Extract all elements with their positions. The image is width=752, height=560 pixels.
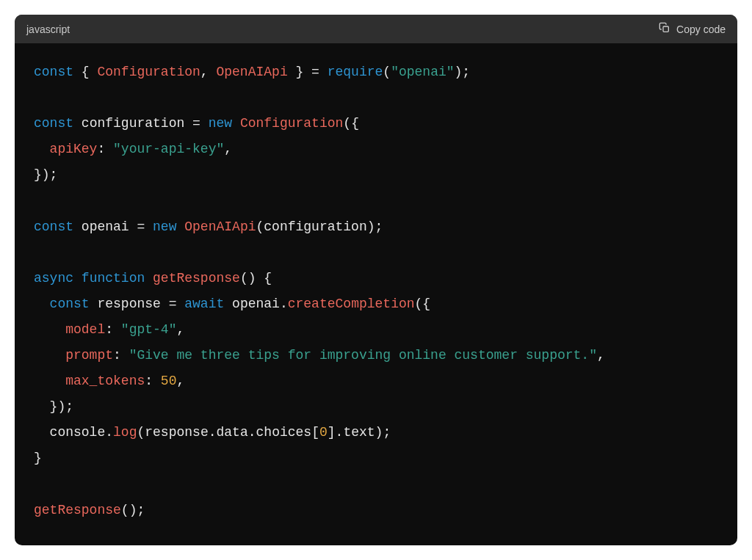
code-token: response [145, 425, 208, 440]
code-block-header: javascript Copy code [15, 15, 737, 43]
code-token: openai [82, 219, 129, 234]
code-token: ); [455, 65, 471, 79]
code-token: max_tokens [65, 374, 145, 388]
code-token: configuration [264, 219, 366, 234]
code-token: Configuration [240, 116, 343, 131]
code-token: console [50, 425, 106, 440]
language-label: javascript [26, 23, 70, 35]
svg-rect-0 [663, 26, 668, 32]
code-token: await [184, 297, 224, 311]
code-token: ( [383, 65, 391, 79]
code-token: "Give me three tips for improving online… [129, 348, 597, 363]
code-token: ); [367, 219, 383, 234]
code-token: const [34, 219, 73, 234]
code-token: prompt [65, 348, 113, 363]
code-token: = [184, 116, 208, 131]
code-token: const [50, 297, 90, 311]
code-token: () { [240, 271, 272, 286]
code-token: : [145, 374, 161, 388]
code-token [34, 322, 65, 337]
code-token: apiKey [50, 142, 98, 156]
code-token: . [248, 425, 256, 440]
code-token: ); [375, 425, 391, 440]
code-token: response [97, 297, 160, 311]
code-token: = [129, 219, 153, 234]
code-token: log [113, 425, 137, 440]
code-token: : [105, 322, 121, 337]
code-token: function [82, 271, 145, 286]
code-token [34, 374, 65, 388]
code-token: getResponse [34, 503, 121, 517]
code-token: Configuration [97, 65, 200, 79]
code-token: OpenAIApi [184, 219, 256, 234]
code-token [90, 297, 98, 311]
code-token: }); [34, 399, 73, 414]
code-token: } = [288, 65, 328, 79]
code-token: . [209, 425, 217, 440]
code-token: const [34, 65, 73, 79]
code-token [232, 116, 240, 131]
code-token: 50 [161, 374, 177, 388]
code-token [73, 271, 82, 286]
code-token: createCompletion [288, 297, 415, 311]
code-token: text [343, 425, 375, 440]
code-token: , [224, 142, 232, 156]
code-token: , [176, 322, 184, 337]
code-token: "openai" [391, 65, 454, 79]
code-token [73, 219, 82, 234]
code-token: { [73, 65, 97, 79]
code-token: (); [121, 503, 145, 517]
code-token: new [153, 219, 176, 234]
code-token: : [97, 142, 113, 156]
code-token: const [34, 116, 73, 131]
code-token: , [597, 348, 605, 363]
code-token: openai [232, 297, 280, 311]
code-token: . [105, 425, 113, 440]
code-token: new [209, 116, 232, 131]
code-block: javascript Copy code const { Configurati… [15, 15, 737, 545]
code-token: "gpt-4" [121, 322, 177, 337]
code-token: model [65, 322, 105, 337]
code-token: ( [137, 425, 145, 440]
code-token: ({ [415, 297, 431, 311]
code-token: ( [256, 219, 264, 234]
code-token: ]. [328, 425, 344, 440]
code-token [224, 297, 232, 311]
code-token [34, 297, 50, 311]
code-token [73, 116, 82, 131]
copy-button-label: Copy code [676, 23, 726, 35]
code-token [34, 142, 50, 156]
copy-code-button[interactable]: Copy code [659, 22, 726, 36]
code-token: OpenAIApi [216, 65, 287, 79]
code-token: ({ [343, 116, 359, 131]
code-token: configuration [82, 116, 184, 131]
code-token: getResponse [153, 271, 240, 286]
code-token: }); [34, 167, 57, 182]
code-token: data [217, 425, 248, 440]
code-token: , [176, 374, 184, 388]
code-token: "your-api-key" [113, 142, 224, 156]
code-token: require [328, 65, 383, 79]
code-token [176, 219, 184, 234]
code-token: . [280, 297, 288, 311]
code-content[interactable]: const { Configuration, OpenAIApi } = req… [15, 43, 737, 545]
code-token [145, 271, 153, 286]
code-token: : [113, 348, 129, 363]
code-token: async [34, 271, 73, 286]
copy-icon [659, 22, 670, 36]
code-token: , [200, 65, 217, 79]
code-token: } [34, 451, 42, 465]
code-token: 0 [319, 425, 328, 440]
code-token [34, 348, 65, 363]
code-token: choices [256, 425, 312, 440]
code-token [34, 425, 50, 440]
code-token: = [161, 297, 184, 311]
code-token: [ [311, 425, 319, 440]
